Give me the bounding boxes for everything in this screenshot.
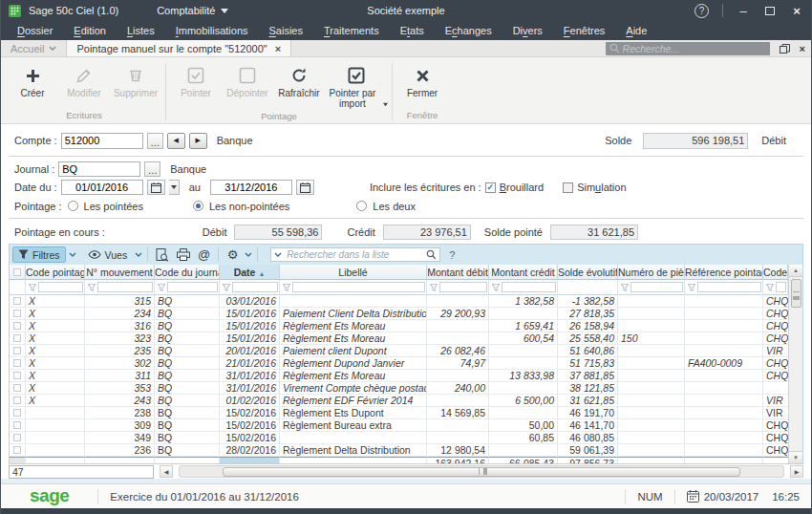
help-button[interactable]: ? [694, 4, 709, 18]
scroll-thumb[interactable] [791, 279, 801, 308]
table-row[interactable]: X243BQ01/02/2016Règlement EDF Février 20… [10, 395, 788, 407]
tab-pointage-manuel[interactable]: Pointage manuel sur le compte "512000" × [66, 40, 291, 56]
filter-input-code[interactable] [776, 282, 786, 292]
filter-cell-libelle[interactable] [280, 280, 427, 295]
les-non-pointees-label[interactable]: Les non-pointées [209, 201, 289, 212]
row-checkbox[interactable] [13, 446, 21, 454]
help-icon[interactable]: ? [449, 249, 455, 261]
row-checkbox[interactable] [13, 359, 21, 367]
row-checkbox[interactable] [13, 409, 21, 417]
menu-item-dossier[interactable]: Dossier [7, 25, 63, 36]
calendar-icon[interactable] [147, 180, 165, 195]
scroll-down-arrow[interactable]: ▼ [789, 451, 802, 463]
scroll-thumb[interactable] [223, 467, 740, 477]
table-row[interactable]: X316BQ15/01/2016Règlement Ets Moreau1 65… [10, 320, 788, 332]
vertical-scrollbar[interactable]: ▲ ▼ [788, 265, 802, 463]
date-preset-dropdown[interactable] [169, 180, 180, 195]
horizontal-scrollbar[interactable] [179, 465, 784, 478]
journal-lookup-button[interactable]: … [144, 161, 160, 177]
simulation-label[interactable]: Simulation [577, 182, 626, 193]
row-checkbox[interactable] [13, 421, 21, 429]
column-header-mouvement[interactable]: N° mouvement [85, 265, 155, 280]
select-all-checkbox[interactable] [13, 268, 21, 276]
les-pointees-label[interactable]: Les pointées [84, 201, 143, 212]
email-icon[interactable]: @ [195, 246, 213, 263]
row-checkbox[interactable] [13, 396, 21, 404]
les-deux-label[interactable]: Les deux [373, 201, 416, 212]
filter-cell-piece[interactable] [618, 280, 685, 295]
filter-cell-mouvement[interactable] [85, 280, 155, 295]
filter-input-pointage[interactable] [38, 282, 83, 292]
filter-cell-pointage[interactable] [26, 280, 85, 295]
column-header-date[interactable]: Date▲ [220, 265, 280, 280]
filter-cell-debit[interactable] [427, 280, 489, 295]
column-header-piece[interactable]: Numéro de pièce [618, 265, 685, 280]
filter-cell-reference[interactable] [685, 280, 763, 295]
table-row[interactable]: X235BQ20/01/2016Paiement client Dupont26… [10, 345, 788, 357]
filter-cell-credit[interactable] [489, 280, 558, 295]
close-view-button[interactable]: Fermer [396, 61, 448, 108]
chevron-down-icon[interactable] [135, 252, 142, 257]
filter-input-libelle[interactable] [292, 282, 425, 292]
close-tab-icon[interactable]: × [275, 43, 281, 54]
table-row[interactable]: X353BQ31/01/2016Virement Compte chèque p… [10, 382, 788, 395]
table-row[interactable]: X311BQ31/01/2016Règlement Ets Moreau13 8… [10, 370, 788, 382]
menu-item-traitements[interactable]: Traitements [313, 25, 390, 36]
module-selector[interactable]: Comptabilité [157, 5, 228, 16]
row-checkbox[interactable] [13, 384, 21, 392]
account-input[interactable] [61, 133, 143, 149]
journal-input[interactable] [58, 161, 140, 177]
menu-item-etats[interactable]: Etats [390, 25, 435, 36]
menu-item-echanges[interactable]: Echanges [435, 25, 502, 36]
chevron-down-icon[interactable] [245, 252, 252, 257]
scroll-left-arrow[interactable]: ◀ [160, 465, 173, 478]
table-row[interactable]: 349BQ15/02/201660,8546 080,85CHQ [10, 432, 788, 444]
calendar-icon[interactable] [296, 180, 314, 195]
row-checkbox[interactable] [13, 434, 21, 441]
filter-input-credit[interactable] [502, 282, 556, 292]
column-header-solde[interactable]: Solde évolutif [558, 265, 618, 280]
table-row[interactable]: X315BQ03/01/20161 382,58-1 382,58CHQ [10, 295, 788, 308]
scroll-right-arrow[interactable]: ▶ [790, 465, 803, 478]
table-row[interactable]: X234BQ15/01/2016Paiement Client Delta Di… [10, 308, 788, 320]
list-search-input[interactable] [270, 247, 440, 262]
menu-item-aide[interactable]: Aide [615, 25, 657, 36]
vues-button[interactable]: Vues [83, 246, 133, 263]
table-row[interactable]: 309BQ15/02/2016Règlement Bureau extra50,… [10, 419, 788, 432]
scroll-up-arrow[interactable]: ▲ [789, 265, 802, 277]
menu-item-immobilisations[interactable]: Immobilisations [165, 25, 259, 36]
tab-accueil[interactable]: Accueil [1, 40, 66, 56]
row-checkbox[interactable] [13, 347, 21, 354]
detach-window-icon[interactable] [780, 44, 790, 54]
menu-item-divers[interactable]: Divers [502, 25, 553, 36]
column-header-credit[interactable]: Montant crédit [489, 265, 558, 280]
row-checkbox[interactable] [13, 334, 21, 342]
menu-item-listes[interactable]: Listes [117, 25, 165, 36]
account-lookup-button[interactable]: … [147, 133, 163, 149]
column-header-pointage[interactable]: Code pointage [26, 265, 85, 280]
column-header-journal[interactable]: Code du journal [155, 265, 220, 280]
table-row[interactable]: 238BQ15/02/2016Règlement Ets Dupont14 56… [10, 407, 788, 419]
filter-input-debit[interactable] [439, 282, 487, 292]
menu-item-fenetres[interactable]: Fenêtres [553, 25, 615, 36]
filtres-button[interactable]: Filtres [12, 246, 66, 263]
radio-les-pointees[interactable] [68, 201, 78, 211]
print-icon[interactable] [174, 246, 192, 263]
close-window-button[interactable]: × [790, 4, 803, 18]
next-account-button[interactable]: ▶ [189, 133, 207, 149]
column-header-libelle[interactable]: Libellé [280, 265, 427, 280]
column-header-sel[interactable] [10, 265, 26, 280]
date-to-input[interactable] [210, 180, 292, 195]
filter-input-mouvement[interactable] [97, 282, 153, 292]
simulation-checkbox[interactable] [563, 182, 573, 193]
menu-item-edition[interactable]: Edition [63, 25, 117, 36]
row-checkbox[interactable] [13, 310, 21, 317]
table-row[interactable]: X323BQ15/01/2016Règlement Ets Moreau600,… [10, 332, 788, 345]
table-row[interactable]: X302BQ21/01/2016Règlement Dupond Janvier… [10, 357, 788, 370]
previous-account-button[interactable]: ◀ [167, 133, 185, 149]
create-button[interactable]: Créer [7, 61, 58, 108]
chevron-down-icon[interactable] [274, 252, 282, 257]
radio-les-non-pointees[interactable] [193, 201, 203, 211]
filter-input-piece[interactable] [630, 282, 683, 292]
menu-item-saisies[interactable]: Saisies [259, 25, 313, 36]
